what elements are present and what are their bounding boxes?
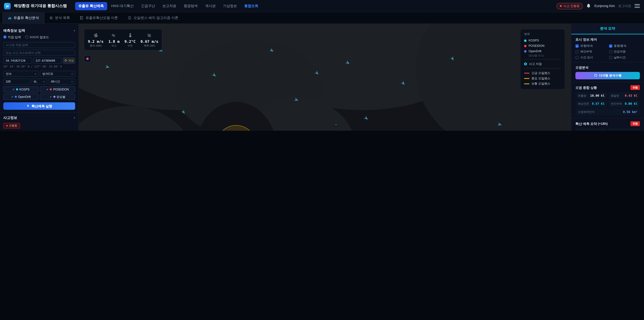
model-toggle-opendrift[interactable]: ✓OpenDrift xyxy=(3,94,39,100)
analysis-summary-panel: 분석 요약 표시 정보 제어 ✓유향/유속✓풍향/풍속해안부착민감자원시간 표시… xyxy=(571,24,644,131)
pollution-status-section: 오염 종합 상황 위험 유출량10.00 kl증발량0.43 kl해상잔존9.5… xyxy=(572,82,644,119)
legend-fence: 긴급 오일펜스 xyxy=(524,70,561,76)
map-legend: 범례 KOSPSPOSEIDONOpenDrift (앙상블 모드) 사고 지점… xyxy=(520,29,565,89)
mode-image-radio[interactable]: 이미지 업로드 xyxy=(25,36,49,40)
legend-fence: 중요 오일펜스 xyxy=(524,76,561,81)
weather-current: 0.67 m/s해류 (SE) xyxy=(140,32,158,48)
legend-model: KOSPS xyxy=(524,38,561,43)
nav-item-3[interactable]: 보고자료 xyxy=(159,2,180,10)
incident-list-input[interactable] xyxy=(3,50,75,56)
dms-coordinates: 34° 44' 30.58" N / 127° 40' 25.89" E xyxy=(3,65,75,68)
model-toggle-grid: ✓KOSPS✓POSEIDON✓OpenDrift✓앙상블 xyxy=(3,86,75,100)
danger-badge: 위험 xyxy=(630,121,640,126)
display-option-1[interactable]: ✓풍향/풍속 xyxy=(609,44,640,48)
weather-thermo: 9.2°C수온 xyxy=(124,32,136,48)
thermo-icon xyxy=(128,32,132,39)
display-option-5[interactable]: 날짜시간 xyxy=(609,56,640,60)
book-icon xyxy=(80,16,84,20)
oil-type-select[interactable]: 벙커C유▾ xyxy=(40,71,75,77)
pollution-stat: 오염해역면적8.56 km² xyxy=(576,109,640,116)
oil-spill-analysis-app: w 해양환경 위기대응 통합시스템 유출유 확산예측HNS·대기확산긴급구난보고… xyxy=(0,0,644,131)
analysis-summary-tab[interactable]: 분석 요약 xyxy=(572,24,644,35)
latitude-input[interactable] xyxy=(3,58,32,64)
user-name: Eunjeong Kim xyxy=(594,4,615,8)
legend-fence: 보통 오일펜스 xyxy=(524,81,561,86)
map-tool-button[interactable] xyxy=(84,55,91,62)
main-menu: 유출유 확산예측HNS·대기확산긴급구난보고자료항공탐색게시판기상정보통합조회 xyxy=(75,2,553,10)
legend-model: POSEIDON xyxy=(524,43,561,49)
display-option-4[interactable]: 시간 표시 xyxy=(576,56,606,60)
nav-item-4[interactable]: 항공탐색 xyxy=(180,2,201,10)
mode-direct-radio[interactable]: 직접 입력 xyxy=(3,36,21,40)
forecast-card: 4.7 km²영향 면적 xyxy=(576,128,607,131)
nav-item-7[interactable]: 통합조회 xyxy=(241,2,262,10)
danger-badge: 위험 xyxy=(630,85,640,90)
pollution-stat: 증발량0.43 kl xyxy=(608,92,640,99)
display-control-section: 표시 정보 제어 ✓유향/유속✓풍향/풍속해안부착민감자원시간 표시날짜시간 xyxy=(572,35,644,63)
amount-input[interactable] xyxy=(3,79,30,85)
spill-type-select[interactable]: 연속▾ xyxy=(3,71,39,77)
prediction-section-header[interactable]: 예측정보 입력▾ xyxy=(3,28,75,33)
pollution-analysis-section: 오염분석 다각형 분석수행 xyxy=(572,62,644,82)
display-option-2[interactable]: 해안부착 xyxy=(576,50,606,54)
model-toggle-앙상블[interactable]: ✓앙상블 xyxy=(40,94,75,100)
tab-1[interactable]: 분석 목록 xyxy=(44,12,75,23)
duration-select[interactable]: 48시간▾ xyxy=(48,79,75,85)
app-logo-icon: w xyxy=(4,3,10,9)
navbar-right: 사고 진행중 Eunjeong Kim 로그아웃 xyxy=(556,2,640,10)
pick-on-map-button[interactable]: 지도 xyxy=(63,58,75,64)
polygon-analysis-button[interactable]: 다각형 분석수행 xyxy=(576,72,640,79)
incident-name-input[interactable] xyxy=(3,42,75,48)
hamburger-menu-icon[interactable] xyxy=(634,4,640,8)
model-toggle-kosps[interactable]: ✓KOSPS xyxy=(3,86,39,93)
display-option-0[interactable]: ✓유향/유속 xyxy=(576,44,606,48)
forecast-card: 6.2 km최대 확산 거리 xyxy=(608,128,640,131)
model-toggle-poseidon[interactable]: ✓POSEIDON xyxy=(40,86,75,93)
bolt-icon xyxy=(26,104,30,108)
incident-section-header[interactable]: 사고정보▾ xyxy=(3,115,75,120)
logout-button[interactable]: 로그아웃 xyxy=(618,4,631,8)
list-icon xyxy=(49,16,53,20)
weather-info-strip: 9.2 m/s풍속 (SW)1.8 m파고9.2°C수온0.67 m/s해류 (… xyxy=(84,29,162,51)
forecast-summary-section: 확산 예측 요약 (+18h) 위험 4.7 km²영향 면적6.2 km최대 … xyxy=(572,118,644,131)
crosshair-icon xyxy=(64,59,68,62)
top-navbar: w 해양환경 위기대응 통합시스템 유출유 확산예측HNS·대기확산긴급구난보고… xyxy=(0,0,644,12)
app-title: 해양환경 위기대응 통합시스템 xyxy=(14,3,67,9)
incident-active-badge[interactable]: 사고 진행중 xyxy=(556,3,583,9)
current-icon xyxy=(148,32,152,39)
sub-tabbar: 유출유 확산분석분석 목록유출유확산모델 이론오일펜스 배치 알고리즘 이론 xyxy=(0,12,644,24)
nav-item-6[interactable]: 기상정보 xyxy=(220,2,240,10)
weather-wind: 9.2 m/s풍속 (SW) xyxy=(88,32,104,48)
tab-2[interactable]: 유출유확산모델 이론 xyxy=(75,12,123,23)
ensemble-note: (앙상블 모드) xyxy=(528,54,561,58)
info-icon xyxy=(128,16,132,20)
chart-icon xyxy=(8,16,12,20)
pollution-stat: 해상잔존9.57 kl xyxy=(576,100,607,107)
nav-item-2[interactable]: 긴급구난 xyxy=(138,2,158,10)
legend-incident-point: 사고 지점 xyxy=(524,61,561,67)
nav-item-5[interactable]: 게시판 xyxy=(202,2,219,10)
legend-model: OpenDrift xyxy=(524,49,561,54)
weather-wave: 1.8 m파고 xyxy=(108,32,120,48)
left-sidebar: 예측정보 입력▾ 직접 입력 이미지 업로드 지도 34° 44' 30.58"… xyxy=(0,24,79,131)
polygon-icon xyxy=(594,73,598,78)
incident-dot-icon xyxy=(560,5,562,7)
unit-select[interactable]: kL▾ xyxy=(31,79,47,85)
tab-0[interactable]: 유출유 확산분석 xyxy=(2,12,44,23)
map-canvas[interactable]: 여수시 화양면 돌산읍 xyxy=(79,24,571,131)
display-option-3[interactable]: 민감자원 xyxy=(609,50,640,54)
tab-3[interactable]: 오일펜스 배치 알고리즘 이론 xyxy=(123,12,183,23)
nav-item-1[interactable]: HNS·대기확산 xyxy=(108,2,137,10)
nav-item-0[interactable]: 유출유 확산예측 xyxy=(75,2,107,10)
longitude-input[interactable] xyxy=(33,58,62,64)
wave-icon xyxy=(112,32,116,39)
pollution-stat: 연안부착0.00 kl xyxy=(608,100,640,107)
notification-bell-icon[interactable] xyxy=(586,2,591,10)
wind-icon xyxy=(94,32,98,39)
run-prediction-button[interactable]: 확산예측 실행 xyxy=(3,102,75,110)
incident-status-badge: 진행중 xyxy=(3,123,20,129)
pollution-stat: 유출량10.00 kl xyxy=(576,92,607,99)
